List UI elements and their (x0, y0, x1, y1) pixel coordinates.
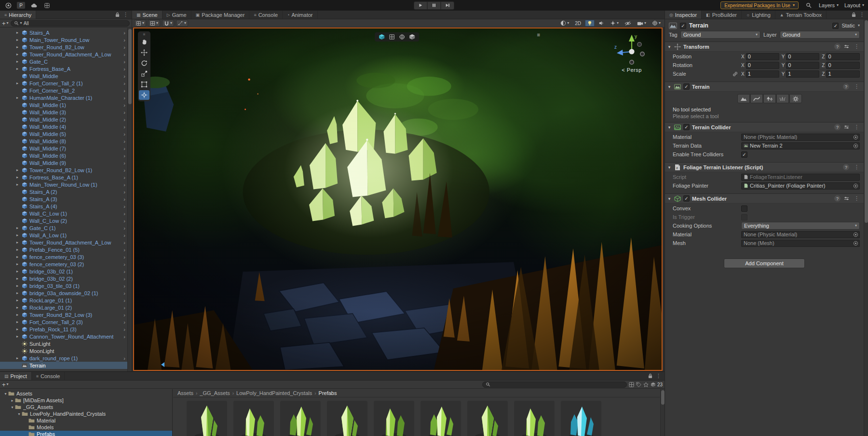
expand-arrow-icon[interactable]: ▸ (16, 175, 22, 179)
view-globe-icon[interactable] (399, 34, 405, 40)
camera-dropdown[interactable]: ▾ (635, 20, 648, 27)
tab-scene[interactable]: ▦Scene (132, 11, 163, 19)
open-prefab-icon[interactable]: › (122, 211, 127, 217)
view-tool-button[interactable] (139, 37, 149, 47)
hierarchy-item[interactable]: Stairs_A (3)› (0, 195, 127, 203)
asset-thumbnail[interactable] (561, 401, 601, 436)
move-tool-button[interactable] (139, 48, 149, 57)
search-by-type-icon[interactable] (629, 382, 634, 387)
open-prefab-icon[interactable]: › (122, 290, 127, 296)
expand-arrow-icon[interactable]: ▸ (16, 320, 22, 324)
hierarchy-item[interactable]: ▸Tower_Round_B2_Low (3)› (0, 311, 127, 318)
hierarchy-item[interactable]: ▸Tower_Round_B2_Low (1)› (0, 166, 127, 174)
account-button[interactable]: P (17, 2, 25, 9)
script-field[interactable]: FoliageTerrainListener (741, 174, 860, 181)
open-prefab-icon[interactable]: › (122, 334, 127, 340)
inspector-scrollbar[interactable] (864, 19, 868, 436)
expand-arrow-icon[interactable]: ▸ (16, 45, 22, 49)
projection-label[interactable]: < Persp (611, 67, 652, 73)
rotation-z-field[interactable] (826, 62, 860, 69)
open-prefab-icon[interactable]: › (122, 269, 127, 274)
open-prefab-icon[interactable]: › (122, 182, 127, 188)
expand-arrow-icon[interactable]: ▸ (16, 182, 22, 187)
expand-arrow-icon[interactable]: ▸ (16, 298, 22, 302)
render-mode-dropdown[interactable]: ▾ (558, 20, 571, 27)
hierarchy-item[interactable]: Wall_Middle (9)› (0, 159, 127, 166)
folder-item[interactable]: Models (0, 424, 172, 431)
services-icon[interactable] (42, 1, 51, 9)
cooking-options-dropdown[interactable]: Everything▾ (741, 222, 860, 230)
more-icon[interactable]: ⋮ (122, 12, 130, 18)
collapsed-overlay-icon[interactable] (161, 362, 164, 367)
gizmos-dropdown[interactable]: ▾ (650, 20, 663, 27)
open-prefab-icon[interactable]: › (122, 167, 127, 173)
material-field[interactable]: None (Physic Material) (741, 134, 860, 141)
open-prefab-icon[interactable]: › (122, 261, 127, 267)
expand-arrow-icon[interactable]: ▸ (16, 52, 22, 56)
unity-logo-icon[interactable] (4, 1, 13, 9)
expand-arrow-icon[interactable]: ▸ (16, 30, 22, 35)
more-icon[interactable]: ⋮ (858, 12, 866, 18)
tab-game[interactable]: ▷Game (163, 11, 191, 19)
open-prefab-icon[interactable]: › (122, 218, 127, 224)
step-button[interactable] (441, 1, 454, 10)
expand-arrow-icon[interactable]: ▸ (16, 81, 22, 85)
hierarchy-item[interactable]: Wall_Middle (4)› (0, 123, 127, 130)
open-prefab-icon[interactable]: › (122, 102, 127, 108)
breadcrumb-item[interactable]: Assets (177, 390, 193, 396)
scene-audio-button[interactable] (597, 20, 606, 27)
open-prefab-icon[interactable]: › (122, 225, 127, 231)
component-enabled-checkbox[interactable] (683, 124, 690, 130)
scene-visibility-button[interactable] (623, 20, 633, 27)
rect-tool-button[interactable] (139, 80, 149, 89)
object-picker-icon[interactable] (853, 183, 858, 189)
play-button[interactable] (414, 1, 427, 10)
hierarchy-scrollbar[interactable] (127, 28, 132, 371)
presets-icon[interactable] (844, 44, 849, 49)
open-prefab-icon[interactable]: › (122, 88, 127, 94)
hierarchy-item[interactable]: MoonLight (0, 347, 127, 354)
tab-project[interactable]: ▤Project (0, 372, 32, 380)
expand-arrow-icon[interactable]: ▸ (16, 233, 22, 237)
transform-tool-button[interactable] (139, 90, 149, 100)
more-icon[interactable]: ⋮ (853, 83, 861, 90)
open-prefab-icon[interactable]: › (122, 175, 127, 180)
expand-arrow-icon[interactable]: ▸ (16, 313, 22, 317)
hierarchy-item[interactable]: ▸Gate_C (1)› (0, 224, 127, 232)
foliage-painter-field[interactable]: Critias_Painter (Foliage Painter) (741, 182, 860, 190)
help-icon[interactable]: ? (843, 83, 849, 90)
terrain-data-field[interactable]: New Terrain 2 (741, 142, 860, 150)
position-y-field[interactable] (786, 53, 819, 60)
foldout-icon[interactable]: ▾ (667, 84, 672, 89)
hidden-packages-count[interactable]: 23 (651, 382, 663, 387)
hierarchy-search[interactable]: ▾ (11, 20, 130, 27)
expand-arrow-icon[interactable]: ▸ (16, 305, 22, 310)
expand-arrow-icon[interactable]: ▸ (16, 327, 22, 331)
hierarchy-item[interactable]: Wall_Middle (1)› (0, 101, 127, 109)
hierarchy-item[interactable]: Terrain (0, 362, 127, 369)
tab-console[interactable]: ≡Console (32, 372, 65, 380)
effects-dropdown[interactable]: ▾ (608, 20, 621, 27)
grid-snap-dropdown[interactable]: ▾ (162, 20, 174, 27)
rotation-x-field[interactable] (746, 62, 779, 69)
open-prefab-icon[interactable]: › (122, 153, 127, 159)
folder-item[interactable]: ▾_GG_Assets (0, 404, 172, 410)
presets-icon[interactable] (844, 124, 849, 130)
expand-arrow-icon[interactable]: ▸ (16, 67, 22, 71)
hierarchy-item[interactable]: ▸bridge_03b_02 (1)› (0, 268, 127, 275)
project-search-input[interactable] (492, 382, 624, 387)
experimental-packages-dropdown[interactable]: Experimental Packages In Use ▾ (720, 1, 799, 9)
folder-item[interactable]: ▾LowPoly_HandPainted_Crystals (0, 410, 172, 417)
open-prefab-icon[interactable]: › (122, 254, 127, 260)
hierarchy-item[interactable]: ▸dark_round_rope (1)› (0, 354, 127, 362)
hierarchy-item[interactable]: ▸Fort_Corner_Tall_2 (3)› (0, 318, 127, 326)
hierarchy-item[interactable]: ▸bridge_03b_02 (2)› (0, 275, 127, 282)
layer-dropdown[interactable]: Ground▾ (780, 31, 860, 39)
lock-icon[interactable] (115, 12, 120, 17)
open-prefab-icon[interactable]: › (122, 138, 127, 144)
asset-thumbnail[interactable] (187, 401, 227, 436)
more-icon[interactable]: ⋮ (853, 164, 861, 170)
view-cube-icon[interactable] (379, 34, 385, 40)
foldout-icon[interactable]: ▾ (667, 44, 672, 49)
folder-item[interactable]: ▸[MiDaEm Assets] (0, 397, 172, 404)
